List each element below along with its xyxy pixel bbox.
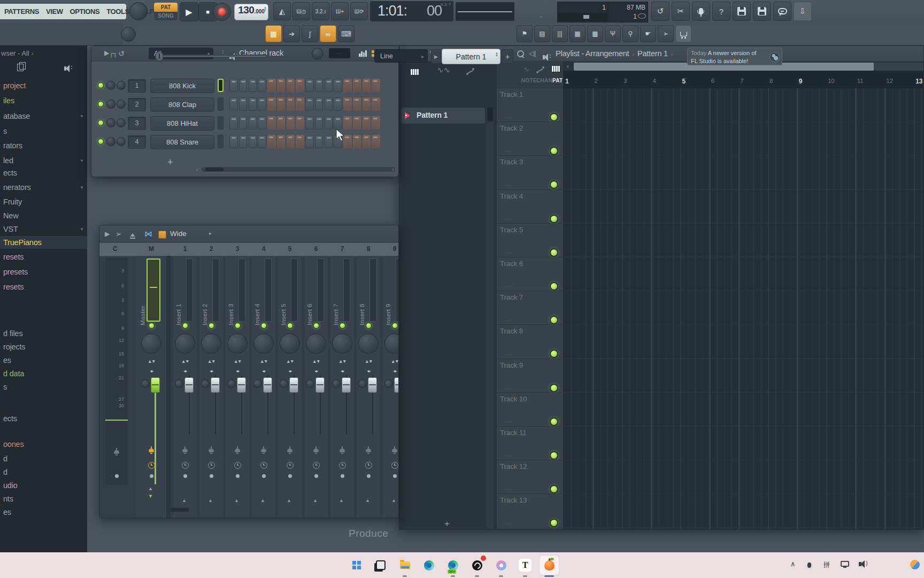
track-led[interactable] (550, 248, 558, 257)
wait-input-button[interactable]: Ш◷ (292, 2, 310, 20)
track-header-Track-9[interactable]: Track 9··· (497, 359, 563, 393)
step-cell[interactable] (363, 79, 371, 92)
small-knob[interactable] (227, 379, 236, 388)
typing-to-piano-button[interactable]: Ш+ (331, 2, 349, 20)
strip-knob[interactable] (358, 333, 379, 354)
hand-tool-button[interactable]: ☛ (640, 25, 656, 42)
volume-knob[interactable] (117, 100, 126, 109)
pan-arrows[interactable]: ◂▸ (177, 368, 193, 374)
mixer-button[interactable]: ||| (552, 25, 568, 42)
step-cell[interactable] (305, 79, 314, 92)
insert-strip-7[interactable]: Insert 7▲▼◂▸▲ (330, 256, 354, 518)
step-cell[interactable] (267, 97, 276, 111)
strip-led[interactable] (235, 323, 241, 329)
update-notification[interactable]: Today A newer version of FL Studio is av… (687, 48, 782, 65)
strip-led[interactable] (261, 323, 267, 329)
step-cell[interactable] (296, 135, 304, 148)
insert-col-number[interactable]: 4 (256, 245, 272, 253)
step-cell[interactable] (258, 135, 266, 148)
pattern-vscroll-handle[interactable] (487, 108, 493, 121)
strip-knob[interactable] (227, 333, 248, 354)
tempo-display[interactable]: 130.000 ▲▼ (234, 4, 268, 20)
browser-item-d[interactable]: d (0, 452, 87, 465)
cut-button[interactable]: ✂ (672, 2, 690, 21)
track-dot[interactable] (115, 474, 119, 478)
step-cell[interactable] (372, 97, 380, 111)
step-grid-button[interactable]: ▦ (265, 25, 282, 42)
master-strip[interactable]: Master▲▼◂▸▲▼ (136, 256, 166, 518)
step-cell[interactable] (325, 97, 333, 111)
tools-button[interactable]: ➢ (658, 25, 674, 42)
track-led[interactable] (550, 180, 558, 189)
track-header-Track-2[interactable]: Track 2··· (497, 122, 563, 156)
menu-item-options[interactable]: OPTIONS (70, 7, 100, 16)
step-cell[interactable] (363, 135, 371, 148)
pat-song-switch[interactable]: PAT SONG (154, 3, 178, 20)
lamp-icon[interactable] (313, 448, 319, 452)
strip-knob[interactable] (253, 333, 274, 354)
taskbar-app-fl-studio[interactable] (540, 556, 559, 575)
browser-item-nerators[interactable]: nerators▾ (0, 181, 87, 194)
clock-icon[interactable] (391, 462, 398, 469)
step-cell[interactable] (296, 97, 304, 111)
taskbar-app-edge-browser[interactable] (419, 556, 438, 575)
insert-strip-8[interactable]: Insert 8▲▼◂▸▲ (357, 256, 380, 518)
pan-knob[interactable] (106, 81, 116, 90)
step-cell[interactable] (229, 135, 238, 148)
channel-led[interactable] (98, 120, 104, 126)
browser-item-udio[interactable]: udio (0, 479, 87, 492)
step-cell[interactable] (353, 79, 361, 92)
step-cell[interactable] (229, 116, 238, 130)
strip-knob[interactable] (332, 333, 352, 354)
tab-chan[interactable]: CHAN (536, 78, 552, 83)
pattern-nav-button[interactable]: ▶ (431, 49, 441, 64)
step-cell[interactable] (229, 97, 238, 111)
browser-item-d[interactable]: d (0, 466, 87, 478)
step-cell[interactable] (315, 135, 324, 148)
browser-item-TruePianos[interactable]: TruePianos (0, 236, 87, 249)
chan-mode-icon[interactable] (536, 66, 544, 73)
stereo-link-icon[interactable]: ⋈ (144, 229, 152, 239)
stereo-sep-arrows[interactable]: ▲▼ (334, 359, 350, 364)
strip-dot[interactable] (183, 474, 187, 478)
tray-ime-badge[interactable]: 拼 (823, 560, 830, 569)
piano-icon[interactable] (410, 69, 419, 75)
pan-arrows[interactable]: ◂▸ (360, 368, 376, 374)
step-cell[interactable] (239, 79, 248, 92)
draw-arrow-button[interactable]: ➔ (283, 25, 300, 42)
browser-item-rators[interactable]: rators (0, 139, 87, 152)
strip-dot[interactable] (314, 474, 318, 478)
channel-rack-button[interactable]: ▦ (569, 25, 586, 42)
chevron-down-icon[interactable]: ▾ (81, 181, 83, 194)
track-header-Track-4[interactable]: Track 4··· (497, 190, 563, 224)
playlist-breadcrumb[interactable]: Pattern 1 (637, 49, 668, 58)
pan-arrows[interactable]: ◂▸ (282, 368, 298, 374)
browser-item-s[interactable]: s (0, 125, 87, 138)
stereo-sep-arrows[interactable]: ▲▼ (308, 359, 324, 364)
link-icon[interactable] (466, 68, 474, 75)
volume-fader[interactable] (151, 377, 160, 393)
add-pattern-button[interactable]: + (502, 49, 513, 64)
stereo-sep-arrows[interactable]: ▲▼ (177, 359, 193, 364)
strip-up-icon[interactable]: ▲ (287, 498, 291, 503)
step-cell[interactable] (334, 79, 342, 92)
current-track-column[interactable]: 30369121518212730 (105, 257, 128, 485)
volume-knob[interactable] (117, 81, 126, 90)
insert-col-number[interactable]: 9 (387, 245, 399, 253)
step-cell[interactable] (249, 116, 257, 130)
clock-icon[interactable] (339, 462, 346, 469)
pan-knob[interactable] (106, 137, 116, 146)
lamp-icon[interactable] (235, 448, 240, 452)
browser-item-atabase[interactable]: atabase▾ (0, 110, 87, 123)
chevron-down-icon[interactable]: ▾ (81, 110, 83, 123)
step-cell[interactable] (277, 135, 286, 148)
small-knob[interactable] (384, 379, 393, 388)
strip-dot[interactable] (288, 474, 292, 478)
lamp-icon[interactable] (149, 448, 154, 452)
browser-item-project[interactable]: project (0, 79, 87, 92)
stereo-sep-arrows[interactable]: ▲▼ (360, 359, 376, 364)
step-cell[interactable] (372, 79, 380, 92)
small-knob[interactable] (201, 379, 210, 388)
step-cell[interactable] (372, 135, 380, 148)
channel-name-button[interactable]: 808 Kick (150, 79, 214, 93)
